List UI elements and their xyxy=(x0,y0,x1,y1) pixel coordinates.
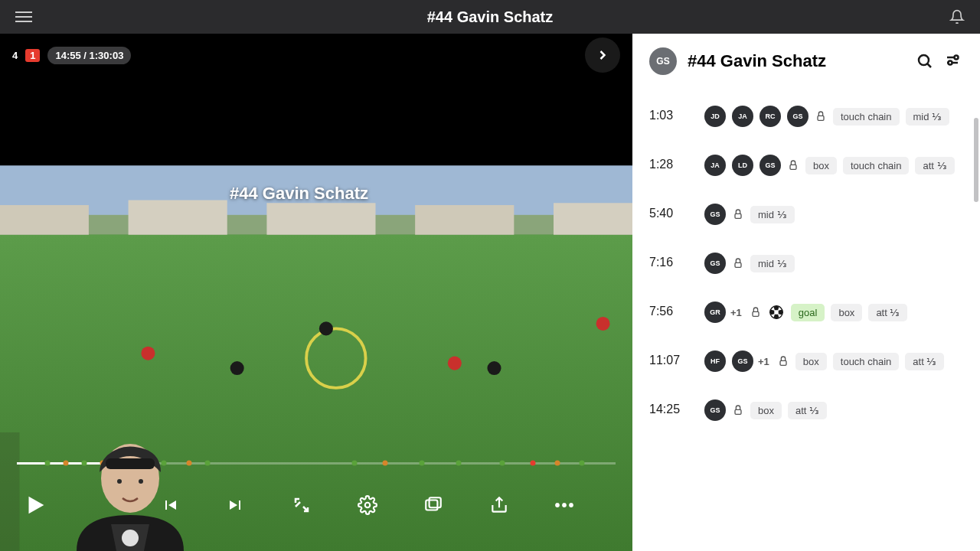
event-content: GSboxatt ⅓ xyxy=(704,399,960,421)
svg-rect-20 xyxy=(426,500,437,510)
event-tag[interactable]: touch chain xyxy=(833,353,900,370)
svg-marker-8 xyxy=(415,205,514,235)
topbar: #44 Gavin Schatz xyxy=(0,0,980,34)
participant-avatar[interactable]: HF xyxy=(704,350,726,372)
video-canvas[interactable]: #44 Gavin Schatz xyxy=(0,77,632,551)
svg-rect-37 xyxy=(735,409,741,414)
svg-point-14 xyxy=(448,357,462,370)
svg-rect-21 xyxy=(430,497,441,507)
notifications-icon[interactable] xyxy=(949,9,965,24)
event-tag[interactable]: att ⅓ xyxy=(905,353,944,370)
panel-title: #44 Gavin Schatz xyxy=(688,51,905,71)
event-time: 7:16 xyxy=(649,253,689,269)
menu-button[interactable] xyxy=(15,11,32,22)
event-time: 1:28 xyxy=(649,155,689,171)
participant-avatar[interactable]: JD xyxy=(704,106,726,127)
video-header: 4 1 14:55 / 1:30:03 xyxy=(0,34,632,77)
participant-avatar[interactable]: LD xyxy=(732,155,753,176)
soccer-ball-icon xyxy=(768,304,785,321)
event-content: GSmid ⅓ xyxy=(704,204,960,225)
timeline-marker[interactable] xyxy=(456,461,462,466)
timeline-marker[interactable] xyxy=(383,461,388,466)
event-row[interactable]: 7:56GR+1goalboxatt ⅓ xyxy=(649,288,960,337)
event-content: HFGS+1boxtouch chainatt ⅓ xyxy=(704,350,960,372)
event-tag[interactable]: touch chain xyxy=(833,108,900,126)
svg-rect-32 xyxy=(735,214,741,218)
clip-button[interactable] xyxy=(421,493,446,517)
page-title: #44 Gavin Schatz xyxy=(427,8,554,26)
timeline-marker[interactable] xyxy=(530,461,535,466)
lock-icon xyxy=(732,207,744,222)
svg-marker-6 xyxy=(129,200,227,234)
event-tag[interactable]: box xyxy=(750,402,782,419)
timeline-marker[interactable] xyxy=(420,461,425,466)
next-clip-button[interactable] xyxy=(585,37,620,73)
svg-point-24 xyxy=(117,479,122,484)
participant-avatar[interactable]: GS xyxy=(760,155,781,176)
lock-icon xyxy=(750,305,762,320)
svg-point-11 xyxy=(141,347,155,360)
timeline-marker[interactable] xyxy=(579,461,584,466)
event-time: 14:25 xyxy=(649,399,689,416)
event-content: JALDGSboxtouch chainatt ⅓ xyxy=(704,155,960,176)
event-tag[interactable]: att ⅓ xyxy=(788,402,827,419)
fullscreen-button[interactable] xyxy=(289,493,314,517)
scrollbar[interactable] xyxy=(974,118,978,202)
event-row[interactable]: 1:28JALDGSboxtouch chainatt ⅓ xyxy=(649,141,960,190)
event-tag[interactable]: touch chain xyxy=(843,157,910,174)
participant-avatar[interactable]: JA xyxy=(704,155,726,176)
more-button[interactable]: ••• xyxy=(553,493,577,517)
search-icon[interactable] xyxy=(916,52,934,70)
timeline-marker[interactable] xyxy=(204,461,210,466)
event-tag[interactable]: box xyxy=(795,353,827,370)
event-row[interactable]: 14:25GSboxatt ⅓ xyxy=(649,386,960,435)
timeline-marker[interactable] xyxy=(352,461,358,466)
settings-button[interactable] xyxy=(355,493,380,517)
event-tag[interactable]: box xyxy=(805,157,837,174)
svg-point-15 xyxy=(487,361,501,375)
event-row[interactable]: 1:03JDJARCGStouch chainmid ⅓ xyxy=(649,92,960,141)
participant-avatar[interactable]: GS xyxy=(732,350,753,372)
event-tag[interactable]: goal xyxy=(791,304,825,321)
event-row[interactable]: 11:07HFGS+1boxtouch chainatt ⅓ xyxy=(649,337,960,386)
svg-marker-7 xyxy=(266,203,375,234)
svg-point-19 xyxy=(365,503,371,508)
participant-avatar[interactable]: RC xyxy=(760,106,781,127)
svg-point-13 xyxy=(319,321,333,335)
event-tag[interactable]: box xyxy=(831,304,862,321)
participant-avatar[interactable]: GS xyxy=(704,253,726,274)
event-content: JDJARCGStouch chainmid ⅓ xyxy=(704,106,960,127)
video-player: 4 1 14:55 / 1:30:03 xyxy=(0,34,632,551)
event-tag[interactable]: mid ⅓ xyxy=(750,255,795,272)
participant-avatar[interactable]: JA xyxy=(732,106,753,127)
lock-icon xyxy=(732,403,744,418)
filter-icon[interactable] xyxy=(945,52,963,70)
svg-marker-9 xyxy=(554,203,632,234)
participant-avatar[interactable]: GS xyxy=(704,204,726,225)
svg-rect-30 xyxy=(818,116,824,120)
more-participants: +1 xyxy=(730,307,742,318)
next-button[interactable] xyxy=(224,493,248,517)
event-tag[interactable]: att ⅓ xyxy=(868,304,907,321)
participant-avatar[interactable]: GR xyxy=(704,302,726,323)
events-panel: GS #44 Gavin Schatz 1:03JDJARCGStouch ch… xyxy=(632,34,980,551)
event-time: 7:56 xyxy=(649,302,689,318)
svg-rect-34 xyxy=(753,311,759,316)
participant-avatar[interactable]: GS xyxy=(704,399,726,421)
event-tag[interactable]: mid ⅓ xyxy=(750,206,795,223)
event-list[interactable]: 1:03JDJARCGStouch chainmid ⅓1:28JALDGSbo… xyxy=(632,92,977,551)
event-tag[interactable]: att ⅓ xyxy=(915,157,954,174)
participant-avatar[interactable]: GS xyxy=(787,106,808,127)
event-time: 1:03 xyxy=(649,106,689,122)
event-row[interactable]: 5:40GSmid ⅓ xyxy=(649,190,960,239)
presenter-webcam xyxy=(46,425,199,551)
timeline-marker[interactable] xyxy=(554,461,560,466)
share-button[interactable] xyxy=(487,493,511,517)
event-content: GR+1goalboxatt ⅓ xyxy=(704,302,960,323)
timeline-marker[interactable] xyxy=(499,461,505,466)
event-tag[interactable]: mid ⅓ xyxy=(906,108,950,126)
event-row[interactable]: 7:16GSmid ⅓ xyxy=(649,239,960,288)
lock-icon xyxy=(777,354,789,369)
svg-rect-23 xyxy=(106,458,155,469)
lock-icon xyxy=(732,256,744,271)
